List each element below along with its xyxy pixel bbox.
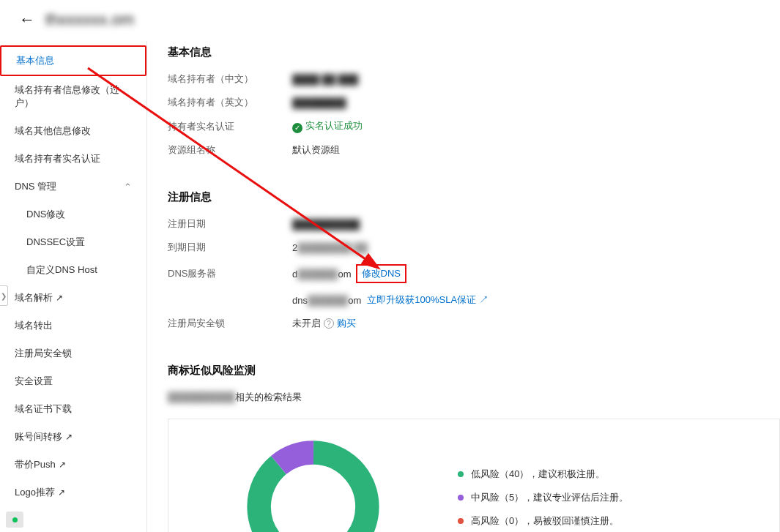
upgrade-link[interactable]: 立即升级获100%SLA保证 ↗ [367, 293, 488, 307]
sidebar-item-label: 自定义DNS Host [26, 263, 97, 277]
sidebar-item-label: 注册局安全锁 [15, 347, 72, 360]
buy-link[interactable]: 购买 [337, 317, 356, 330]
side-expand-handle[interactable]: ❯ [0, 285, 8, 306]
sidebar-item-3[interactable]: 域名持有者实名认证 [0, 145, 146, 173]
sidebar-item-13[interactable]: 账号间转移↗ [0, 423, 146, 451]
legend-label: 高风险（0），易被驳回谨慎注册。 [471, 514, 619, 528]
exp-date-value: 2████████ ██ [292, 242, 368, 253]
section-title-trademark: 商标近似风险监测 [168, 364, 780, 378]
sidebar-item-12[interactable]: 域名证书下载 [0, 395, 146, 423]
sidebar-item-6[interactable]: DNSSEC设置 [0, 228, 146, 256]
legend-label: 低风险（40），建议积极注册。 [471, 468, 605, 481]
section-title-basic: 基本信息 [168, 45, 780, 59]
section-title-reg: 注册信息 [168, 190, 780, 204]
sidebar-item-label: 域名转出 [15, 319, 53, 332]
exp-date-label: 到期日期 [168, 241, 292, 254]
external-link-icon: ↗ [479, 294, 489, 305]
reg-date-value: ██████████ [292, 219, 360, 230]
sidebar-item-0[interactable]: 基本信息 [0, 45, 146, 76]
sidebar: 基本信息域名持有者信息修改（过户）域名其他信息修改域名持有者实名认证DNS 管理… [0, 37, 146, 521]
owner-en-value: ████████ [292, 97, 346, 108]
sidebar-item-label: 基本信息 [16, 54, 54, 67]
sidebar-item-7[interactable]: 自定义DNS Host [0, 256, 146, 284]
sidebar-item-label: 域名持有者信息修改（过户） [15, 83, 132, 110]
sidebar-item-14[interactable]: 带价Push↗ [0, 451, 146, 479]
sidebar-item-label: 带价Push↗ [15, 458, 66, 471]
sidebar-item-8[interactable]: 域名解析↗ [0, 284, 146, 312]
sidebar-item-label: DNS修改 [26, 208, 65, 221]
legend-label: 中风险（5），建议专业评估后注册。 [471, 491, 628, 504]
legend-dot [458, 518, 464, 524]
owner-en-label: 域名持有者（英文） [168, 96, 292, 109]
sidebar-item-9[interactable]: 域名转出 [0, 312, 146, 340]
reg-date-label: 注册日期 [168, 217, 292, 231]
main-content: 基本信息 域名持有者（中文） ████ ██ ███ 域名持有者（英文） ███… [146, 41, 780, 532]
legend-dot [458, 495, 464, 501]
sidebar-item-label: DNS 管理 [15, 180, 56, 193]
chart-panel: 低风险（40），建议积极注册。中风险（5），建议专业评估后注册。高风险（0），易… [168, 419, 780, 532]
sidebar-item-5[interactable]: DNS修改 [0, 201, 146, 228]
external-link-icon: ↗ [65, 432, 73, 442]
dns-label: DNS服务器 [168, 267, 292, 280]
sidebar-item-label: 域名持有者实名认证 [15, 152, 100, 165]
resource-value: 默认资源组 [292, 143, 340, 157]
sidebar-item-11[interactable]: 安全设置 [0, 367, 146, 395]
modify-dns-link[interactable]: 修改DNS [356, 264, 406, 283]
legend-item-高风险: 高风险（0），易被驳回谨慎注册。 [458, 514, 628, 528]
check-icon: ✓ [292, 123, 302, 133]
sidebar-item-label: 域名其他信息修改 [15, 124, 91, 138]
sidebar-item-label: 安全设置 [15, 375, 53, 388]
sidebar-item-4[interactable]: DNS 管理⌃ [0, 173, 146, 201]
verify-label: 持有者实名认证 [168, 120, 292, 133]
sidebar-item-15[interactable]: Logo推荐↗ [0, 479, 146, 506]
chevron-up-icon: ⌃ [124, 181, 132, 192]
legend-dot [458, 471, 464, 477]
back-arrow-icon[interactable]: ← [19, 10, 35, 29]
lock-value: 未开启 [292, 317, 321, 330]
trademark-subtitle: ██████████相关的检索结果 [168, 391, 780, 404]
status-indicator [6, 512, 23, 528]
sidebar-item-label: DNSSEC设置 [26, 236, 85, 249]
external-link-icon: ↗ [59, 460, 66, 470]
verify-value: ✓实名认证成功 [292, 119, 363, 133]
external-link-icon: ↗ [58, 487, 65, 498]
sidebar-item-2[interactable]: 域名其他信息修改 [0, 117, 146, 145]
page-title: thxxxxxx.om [45, 10, 134, 29]
sidebar-item-label: 域名证书下载 [15, 402, 72, 416]
owner-cn-value: ████ ██ ███ [292, 74, 358, 85]
sidebar-item-label: 账号间转移↗ [15, 430, 73, 443]
lock-label: 注册局安全锁 [168, 317, 292, 330]
chart-legend: 低风险（40），建议积极注册。中风险（5），建议专业评估后注册。高风险（0），易… [458, 468, 628, 532]
sidebar-item-1[interactable]: 域名持有者信息修改（过户） [0, 76, 146, 117]
risk-donut-chart [242, 435, 385, 533]
dns2-value: dns██████om [292, 295, 361, 306]
owner-cn-label: 域名持有者（中文） [168, 72, 292, 86]
external-link-icon: ↗ [56, 293, 63, 303]
help-icon[interactable]: ? [324, 318, 334, 329]
sidebar-item-label: Logo推荐↗ [15, 486, 65, 499]
sidebar-item-10[interactable]: 注册局安全锁 [0, 340, 146, 367]
dns1-value: d██████om [292, 269, 352, 280]
legend-item-低风险: 低风险（40），建议积极注册。 [458, 468, 628, 481]
sidebar-item-label: 域名解析↗ [15, 291, 63, 304]
resource-label: 资源组名称 [168, 143, 292, 157]
legend-item-中风险: 中风险（5），建议专业评估后注册。 [458, 491, 628, 504]
